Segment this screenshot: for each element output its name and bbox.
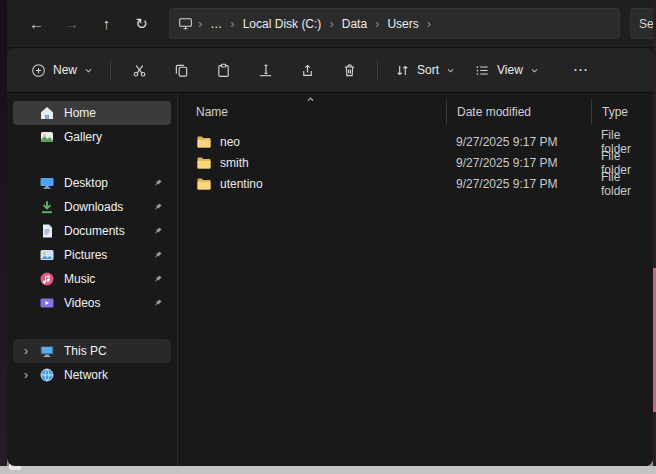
window-body: Home Gallery Desktop [7, 93, 653, 466]
downloads-icon [39, 199, 55, 215]
sidebar-item-pictures[interactable]: Pictures [13, 243, 171, 267]
column-header-label: Name [196, 105, 228, 119]
sidebar-item-label: Videos [64, 296, 100, 310]
sidebar-item-downloads[interactable]: Downloads [13, 195, 171, 219]
chevron-right-icon: › [229, 17, 235, 30]
pictures-icon [39, 247, 55, 263]
delete-button[interactable] [328, 54, 370, 86]
breadcrumb-data[interactable]: Data [335, 12, 374, 35]
column-headers: Name Date modified Type [178, 99, 653, 124]
chevron-right-icon: › [328, 17, 334, 30]
sidebar-item-desktop[interactable]: Desktop [13, 171, 171, 195]
videos-icon [39, 295, 55, 311]
navigation-bar: ← → ↑ ↻ › … › Local Disk (C:) › Data › U… [7, 0, 653, 48]
sidebar-item-label: Downloads [64, 200, 123, 214]
music-icon [39, 271, 55, 287]
sidebar-item-label: Pictures [64, 248, 107, 262]
this-pc-icon [178, 16, 193, 31]
sidebar-item-videos[interactable]: Videos [13, 291, 171, 315]
view-button-label: View [497, 63, 523, 77]
expand-chevron-icon[interactable]: › [21, 344, 31, 358]
copy-button[interactable] [160, 54, 202, 86]
back-button[interactable]: ← [19, 9, 54, 39]
file-row[interactable]: neo 9/27/2025 9:17 PM File folder [178, 128, 653, 149]
rename-button[interactable] [244, 54, 286, 86]
paste-button[interactable] [202, 54, 244, 86]
column-header-type[interactable]: Type [591, 99, 653, 124]
file-name: smith [220, 156, 249, 170]
chevron-down-icon [84, 66, 93, 75]
column-header-date-modified[interactable]: Date modified [446, 99, 591, 124]
up-button[interactable]: ↑ [89, 9, 124, 39]
refresh-button[interactable]: ↻ [124, 9, 159, 39]
desktop-background: ← → ↑ ↻ › … › Local Disk (C:) › Data › U… [0, 0, 656, 474]
sidebar-item-label: Gallery [64, 130, 102, 144]
sidebar-item-home[interactable]: Home [13, 101, 171, 125]
new-button-label: New [53, 63, 77, 77]
breadcrumb-users[interactable]: Users [380, 12, 425, 35]
breadcrumb-local-disk[interactable]: Local Disk (C:) [236, 12, 329, 35]
chevron-right-icon: › [426, 17, 432, 30]
share-button[interactable] [286, 54, 328, 86]
pin-icon [153, 178, 163, 188]
new-button[interactable]: New [21, 54, 103, 86]
sidebar-item-this-pc[interactable]: › This PC [13, 339, 171, 363]
sort-button[interactable]: Sort [385, 54, 465, 86]
trash-icon [342, 63, 357, 78]
sidebar-spacer [13, 149, 171, 171]
forward-button[interactable]: → [54, 9, 89, 39]
address-bar[interactable]: › … › Local Disk (C:) › Data › Users › [169, 8, 620, 39]
command-bar: New [7, 48, 653, 93]
file-row[interactable]: utentino 9/27/2025 9:17 PM File folder [178, 170, 653, 191]
search-text: Se [639, 17, 653, 31]
folder-icon [196, 134, 212, 150]
rename-icon [258, 63, 273, 78]
more-options-button[interactable]: ⋯ [565, 54, 597, 86]
file-name: neo [220, 135, 240, 149]
sidebar-item-gallery[interactable]: Gallery [13, 125, 171, 149]
network-icon [39, 367, 55, 383]
cut-button[interactable] [118, 54, 160, 86]
search-input[interactable]: Se [630, 8, 653, 39]
pin-icon [153, 202, 163, 212]
clipboard-icon [216, 63, 231, 78]
toolbar-divider [110, 60, 111, 80]
breadcrumb-overflow-button[interactable]: … [203, 12, 229, 35]
sidebar-item-documents[interactable]: Documents [13, 219, 171, 243]
folder-icon [196, 155, 212, 171]
ellipsis-icon: ⋯ [573, 61, 589, 79]
share-icon [300, 63, 315, 78]
home-icon [39, 105, 55, 121]
sidebar-item-label: Network [64, 368, 108, 382]
sidebar-item-music[interactable]: Music [13, 267, 171, 291]
view-button[interactable]: View [465, 54, 549, 86]
forward-arrow-icon: → [64, 15, 79, 32]
file-date-modified: 9/27/2025 9:17 PM [446, 177, 591, 191]
pin-icon [153, 274, 163, 284]
background-left-strip [0, 0, 7, 466]
view-list-icon [475, 63, 490, 78]
column-header-label: Date modified [457, 105, 531, 119]
chevron-down-icon [446, 66, 455, 75]
file-type: File folder [591, 170, 653, 198]
plus-circle-icon [31, 63, 46, 78]
file-date-modified: 9/27/2025 9:17 PM [446, 156, 591, 170]
sidebar-item-label: This PC [64, 344, 107, 358]
column-header-name[interactable]: Name [178, 99, 446, 124]
file-rows: neo 9/27/2025 9:17 PM File folder smith … [178, 128, 653, 191]
sidebar-spacer [13, 315, 171, 339]
sidebar-item-network[interactable]: › Network [13, 363, 171, 387]
file-date-modified: 9/27/2025 9:17 PM [446, 135, 591, 149]
pin-icon [153, 298, 163, 308]
back-arrow-icon: ← [29, 15, 44, 32]
expand-chevron-icon[interactable]: › [21, 368, 31, 382]
copy-icon [174, 63, 189, 78]
column-header-label: Type [602, 105, 628, 119]
chevron-down-icon [530, 66, 539, 75]
refresh-icon: ↻ [135, 15, 148, 33]
pin-icon [153, 226, 163, 236]
sidebar-item-label: Documents [64, 224, 125, 238]
file-row[interactable]: smith 9/27/2025 9:17 PM File folder [178, 149, 653, 170]
sidebar-item-label: Home [64, 106, 96, 120]
toolbar-divider [377, 60, 378, 80]
